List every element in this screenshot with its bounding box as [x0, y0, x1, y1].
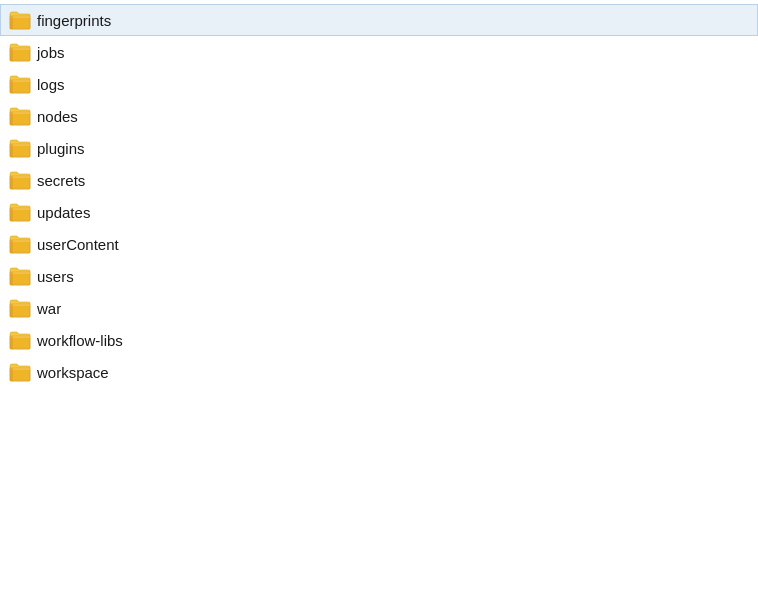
svg-rect-1 — [10, 48, 13, 61]
folder-name: fingerprints — [37, 12, 111, 29]
folder-icon — [9, 42, 31, 62]
folder-icon — [9, 202, 31, 222]
svg-rect-7 — [10, 240, 13, 253]
folder-name: secrets — [37, 172, 85, 189]
svg-rect-11 — [10, 368, 13, 381]
svg-rect-2 — [10, 80, 13, 93]
folder-name: users — [37, 268, 74, 285]
folder-icon — [9, 362, 31, 382]
svg-rect-6 — [10, 208, 13, 221]
folder-item-war[interactable]: war — [0, 292, 758, 324]
folder-item-users[interactable]: users — [0, 260, 758, 292]
folder-item-workflow-libs[interactable]: workflow-libs — [0, 324, 758, 356]
svg-rect-5 — [10, 176, 13, 189]
folder-item-nodes[interactable]: nodes — [0, 100, 758, 132]
svg-rect-0 — [10, 16, 13, 29]
svg-rect-3 — [10, 112, 13, 125]
folder-item-fingerprints[interactable]: fingerprints — [0, 4, 758, 36]
svg-rect-9 — [10, 304, 13, 317]
folder-item-logs[interactable]: logs — [0, 68, 758, 100]
folder-icon — [9, 170, 31, 190]
folder-name: nodes — [37, 108, 78, 125]
folder-icon — [9, 10, 31, 30]
folder-item-plugins[interactable]: plugins — [0, 132, 758, 164]
folder-name: updates — [37, 204, 90, 221]
folder-item-workspace[interactable]: workspace — [0, 356, 758, 388]
folder-name: war — [37, 300, 61, 317]
folder-name: plugins — [37, 140, 85, 157]
folder-icon — [9, 138, 31, 158]
folder-name: logs — [37, 76, 65, 93]
folder-item-userContent[interactable]: userContent — [0, 228, 758, 260]
folder-icon — [9, 330, 31, 350]
folder-item-jobs[interactable]: jobs — [0, 36, 758, 68]
folder-icon — [9, 74, 31, 94]
folder-icon — [9, 106, 31, 126]
folder-icon — [9, 266, 31, 286]
file-list: fingerprints jobs logs — [0, 0, 758, 392]
folder-icon — [9, 298, 31, 318]
svg-rect-10 — [10, 336, 13, 349]
svg-rect-4 — [10, 144, 13, 157]
svg-rect-8 — [10, 272, 13, 285]
folder-item-updates[interactable]: updates — [0, 196, 758, 228]
folder-name: workflow-libs — [37, 332, 123, 349]
folder-name: userContent — [37, 236, 119, 253]
folder-name: jobs — [37, 44, 65, 61]
folder-icon — [9, 234, 31, 254]
folder-name: workspace — [37, 364, 109, 381]
folder-item-secrets[interactable]: secrets — [0, 164, 758, 196]
